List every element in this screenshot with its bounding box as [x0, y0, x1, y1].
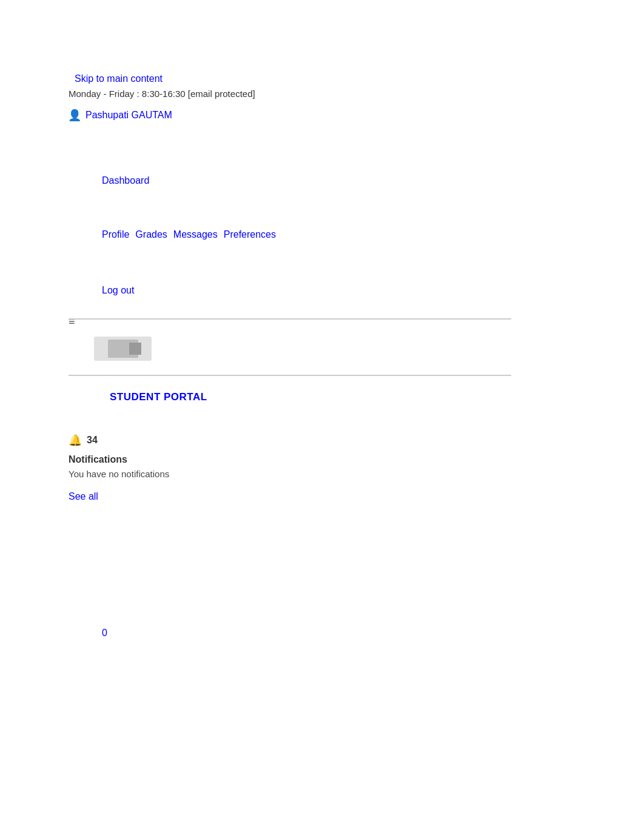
divider-bottom	[69, 375, 511, 376]
divider-top	[69, 318, 511, 320]
user-name-link[interactable]: Pashupati GAUTAM	[86, 110, 172, 121]
contact-info: Monday - Friday : 8:30-16:30 [email prot…	[69, 89, 255, 99]
portal-title[interactable]: STUDENT PORTAL	[110, 391, 207, 403]
nav-inline-items: Profile Grades Messages Preferences	[102, 229, 276, 240]
notifications-section: 🔔 34 Notifications You have no notificat…	[69, 434, 169, 502]
zero-section: 0	[102, 628, 107, 639]
user-icon: 👤	[69, 109, 81, 121]
menu-icon: ≡	[69, 315, 75, 328]
logout-link[interactable]: Log out	[102, 285, 134, 296]
user-section: 👤 Pashupati GAUTAM	[69, 109, 172, 121]
nav-profile[interactable]: Profile	[102, 229, 129, 240]
nav-messages[interactable]: Messages	[173, 229, 218, 240]
nav-menu: Dashboard	[102, 173, 149, 189]
nav-preferences[interactable]: Preferences	[224, 229, 276, 240]
logo-area	[94, 337, 152, 361]
nav-grades[interactable]: Grades	[135, 229, 167, 240]
menu-toggle[interactable]: ≡	[69, 315, 75, 328]
zero-link[interactable]: 0	[102, 628, 107, 638]
skip-to-main-link[interactable]: Skip to main content	[75, 73, 163, 84]
bell-icon: 🔔	[69, 434, 82, 447]
notifications-count: 34	[87, 435, 98, 446]
logo-image	[94, 337, 152, 361]
bell-row: 🔔 34	[69, 434, 169, 447]
nav-dashboard[interactable]: Dashboard	[102, 173, 149, 189]
notifications-empty-message: You have no notifications	[69, 469, 169, 479]
notifications-heading: Notifications	[69, 454, 169, 465]
see-all-link[interactable]: See all	[69, 491, 98, 501]
